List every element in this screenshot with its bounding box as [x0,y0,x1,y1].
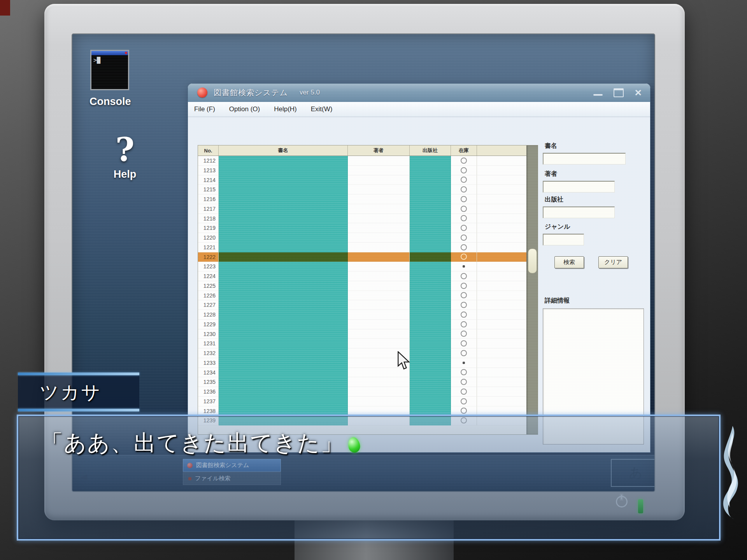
circle-icon [461,225,467,231]
table-row[interactable]: 1216 [198,194,538,204]
table-row[interactable]: 1231 [198,339,538,348]
circle-icon [461,292,467,298]
row-number-cell: 1226 [198,291,219,301]
table-row[interactable]: 1218 [198,214,538,224]
author-cell [348,252,410,262]
close-icon[interactable]: × [635,87,642,98]
circle-icon [461,158,467,164]
column-header-title[interactable]: 書名 [219,145,348,156]
table-row[interactable]: 1212 [198,156,538,166]
search-button[interactable]: 検索 [554,256,584,268]
circle-icon [461,331,467,337]
table-row[interactable]: 1221 [198,243,538,252]
genre-search-input[interactable] [543,234,584,245]
publisher-search-input[interactable] [543,206,615,218]
scrollbar-thumb[interactable] [528,248,537,273]
table-row[interactable]: 1219 [198,223,538,233]
table-row[interactable]: 1223 [198,262,538,271]
redacted-title-cell [219,214,348,224]
title-search-input[interactable] [543,153,626,164]
minimize-icon[interactable] [593,94,603,96]
row-number-cell: 1213 [198,166,219,175]
redacted-title-cell [219,204,348,214]
table-row[interactable]: 1234 [198,368,538,378]
column-header-no[interactable]: No. [198,145,219,156]
redacted-publisher-cell [410,262,451,271]
circle-icon [461,234,467,241]
row-number-cell: 1227 [198,300,219,310]
row-number-cell: 1233 [198,358,219,368]
redacted-publisher-cell [410,320,451,329]
menu-item-exit[interactable]: Exit(W) [311,105,333,113]
maximize-icon[interactable] [614,88,624,97]
field-label-publisher: 出版社 [545,196,563,204]
menu-item-file[interactable]: File (F) [194,105,215,113]
stock-cell [451,348,477,358]
redacted-publisher-cell [410,329,451,339]
vn-scene: >█ Console ? Help 図書館検索システム ver 5.0 × [0,0,747,560]
column-header-stock[interactable]: 在庫 [451,145,477,156]
stock-cell [451,377,477,387]
menu-item-help[interactable]: Help(H) [274,105,297,113]
row-number-cell: 1236 [198,387,219,397]
row-number-cell: 1214 [198,175,219,185]
table-row[interactable]: 1229 [198,320,538,329]
table-row[interactable]: 1213 [198,166,538,175]
table-row[interactable]: 1227 [198,300,538,310]
menu-item-option[interactable]: Option (O) [229,105,260,113]
redacted-publisher-cell [410,368,451,378]
circle-icon [461,350,467,356]
stock-cell [451,329,477,339]
table-row[interactable]: 1232 [198,348,538,358]
desktop-icon-help[interactable]: ? Help [96,133,154,180]
author-cell [348,387,410,397]
redacted-title-cell [219,185,348,194]
window-titlebar[interactable]: 図書館検索システム ver 5.0 × [188,84,650,102]
table-row[interactable]: 1222 [198,252,538,262]
table-row[interactable]: 1225 [198,281,538,291]
table-row[interactable]: 1237 [198,397,538,406]
vertical-scrollbar[interactable] [526,145,538,434]
redacted-title-cell [219,243,348,252]
dialogue-box[interactable]: 「ああ、出てきた出てきた」 [17,415,721,541]
column-header-publisher[interactable]: 出版社 [410,145,451,156]
table-row[interactable]: 1217 [198,204,538,214]
author-cell [348,243,410,252]
circle-icon [461,369,467,375]
redacted-publisher-cell [410,348,451,358]
console-window-icon: >█ [90,50,129,90]
circle-icon [461,196,467,202]
field-label-title: 書名 [545,142,557,150]
circle-icon [461,244,467,250]
table-row[interactable]: 1228 [198,310,538,320]
table-row[interactable]: 1214 [198,175,538,185]
stock-cell [451,310,477,320]
table-row[interactable]: 1236 [198,387,538,397]
table-row[interactable]: 1230 [198,329,538,339]
redacted-title-cell [219,233,348,243]
table-row[interactable]: 1215 [198,185,538,194]
desktop-icon-console[interactable]: >█ Console [89,50,130,108]
redacted-publisher-cell [410,291,451,301]
author-search-input[interactable] [543,181,615,192]
redacted-title-cell [219,358,348,368]
circle-icon [461,215,467,221]
clear-button[interactable]: クリア [598,256,628,268]
column-header-author[interactable]: 著者 [348,145,410,156]
nametag-border-top [18,373,139,375]
table-row[interactable]: 1233 [198,358,538,368]
stock-cell [451,194,477,204]
author-cell [348,300,410,310]
empty-cell [477,310,528,320]
table-row[interactable]: 1235 [198,377,538,387]
row-number-cell: 1216 [198,194,219,204]
menu-bar: File (F) Option (O) Help(H) Exit(W) [188,102,650,117]
redacted-title-cell [219,387,348,397]
stock-cell [451,166,477,175]
window-title: 図書館検索システム [214,88,288,98]
table-row[interactable]: 1220 [198,233,538,243]
empty-cell [477,281,528,291]
column-header-empty [477,145,528,156]
table-row[interactable]: 1226 [198,291,538,301]
table-row[interactable]: 1224 [198,271,538,281]
